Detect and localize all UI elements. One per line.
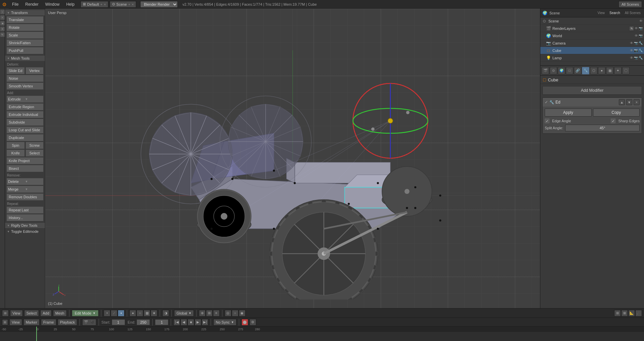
all-scenes-button[interactable]: All Scenes (619, 1, 642, 8)
timeline-marker-btn[interactable]: Marker (23, 319, 40, 326)
lamp-render[interactable]: 🔧 (639, 56, 643, 60)
icon-shading-uvs[interactable]: ◈ (0, 21, 5, 25)
renderlayers-cam[interactable]: 📷 (639, 26, 643, 30)
knife-project-button[interactable]: Knife Project (6, 157, 44, 164)
play-btn[interactable]: ▶ (195, 319, 201, 326)
xray-btn[interactable]: ◑ (162, 310, 169, 317)
timeline-view-btn[interactable]: View (9, 319, 22, 326)
prop-particles-icon[interactable]: ✦ (614, 67, 622, 74)
prop-render-icon[interactable]: 🎬 (542, 67, 549, 74)
extrude-region-button[interactable]: Extrude Region (6, 103, 44, 111)
delete-dropdown[interactable]: Delete ▼ (6, 178, 44, 185)
apply-button[interactable]: Apply (545, 109, 592, 117)
world-eye[interactable]: 👁 (635, 34, 638, 38)
select-button[interactable]: Select (25, 149, 44, 157)
icon-transform[interactable]: ↕ (0, 10, 5, 14)
scale-button[interactable]: Scale (6, 31, 44, 39)
remove-doubles-button[interactable]: Remove Doubles (6, 193, 44, 201)
menu-file[interactable]: File (9, 0, 22, 9)
viewport-type-icon[interactable]: ⊞ (2, 310, 9, 317)
edit-mode-selector[interactable]: Edit Mode ▼ (72, 310, 99, 317)
mesh-tools-section-header[interactable]: ▼ Mesh Tools (5, 56, 45, 61)
current-frame-input[interactable] (155, 319, 168, 325)
prop-modifier-icon[interactable]: 🔧 (582, 67, 589, 74)
screw-button[interactable]: Screw (25, 142, 44, 149)
slide-ed-button[interactable]: Slide Ed (6, 67, 25, 74)
renderlayers-eye[interactable]: 👁 (635, 26, 638, 30)
outliner-all-scenes-btn[interactable]: All Scenes (624, 10, 642, 15)
start-frame-input[interactable] (112, 319, 125, 325)
layout-close[interactable]: × (104, 2, 106, 6)
toggle-editmode-header[interactable]: ▼ Toggle Editmode (5, 229, 45, 234)
modifier-enable-checkbox[interactable]: ✓ (545, 100, 548, 105)
menu-help[interactable]: Help (63, 0, 78, 9)
modifier-down-button[interactable]: ▼ (626, 99, 632, 105)
cube-render[interactable]: 🔧 (639, 49, 643, 52)
repeat-last-button[interactable]: Repeat Last (6, 206, 44, 214)
lamp-eye[interactable]: 👁 (630, 56, 633, 60)
transform-section-header[interactable]: ▼ Transform (5, 10, 45, 15)
playback-toggle[interactable]: 🎬 ⚫ (82, 319, 96, 326)
outliner-renderlayers-row[interactable]: 🎬 RenderLayers ✎ 👁 📷 (540, 25, 644, 32)
outliner-lamp-row[interactable]: 💡 Lamp 👁 📷 🔧 (540, 54, 644, 62)
smooth-vertex-button[interactable]: Smooth Vertex (6, 82, 44, 90)
timeline-type-icon[interactable]: ⊞ (2, 319, 8, 325)
proportional-btn[interactable]: ◎ (225, 310, 231, 317)
rotate-button[interactable]: Rotate (6, 24, 44, 31)
edge-angle-checkbox[interactable] (545, 119, 549, 123)
scene-eye-icon[interactable]: 👁 (639, 19, 643, 23)
play-back-btn[interactable]: ◀ (180, 319, 187, 326)
solid-view-btn[interactable]: ● (129, 310, 136, 317)
bisect-button[interactable]: Bisect (6, 165, 44, 172)
vertex-select-mode[interactable]: • (104, 310, 110, 317)
timeline-playback-btn[interactable]: Playback (58, 319, 77, 326)
scene-close[interactable]: × (131, 2, 133, 6)
split-angle-input[interactable] (565, 125, 640, 131)
snap-btn[interactable]: ⊕ (199, 310, 206, 317)
render-view-btn[interactable]: ★ (151, 310, 157, 317)
engine-selector[interactable]: Blender Render (140, 1, 178, 8)
keying-btn[interactable]: ⬤ (241, 319, 248, 326)
outliner-scene-row[interactable]: ⊙ Scene 👁 (540, 17, 644, 25)
transform-space-selector[interactable]: Global ▼ (174, 310, 194, 317)
prop-data-icon[interactable]: ⬡ (590, 67, 597, 74)
3d-viewport[interactable]: User Persp (45, 9, 540, 308)
layout-add[interactable]: + (100, 2, 102, 6)
prop-material-icon[interactable]: ● (598, 67, 605, 74)
icon-create[interactable]: + (0, 15, 5, 20)
prop-object-icon[interactable]: □ (566, 67, 573, 74)
renderlayers-edit-icon[interactable]: ✎ (629, 26, 634, 31)
cube-eye[interactable]: 👁 (630, 49, 633, 52)
menu-render[interactable]: Render (22, 0, 42, 9)
outliner-cube-row[interactable]: □ Cube 👁 📷 🔧 (540, 47, 644, 54)
loop-cut-slide-button[interactable]: Loop Cut and Slide (6, 126, 44, 134)
sync-selector[interactable]: No Sync ▼ (213, 319, 236, 326)
auto-keying-btn[interactable]: ⚙ (250, 319, 256, 326)
prop-physics-icon[interactable]: 〇 (622, 67, 630, 74)
proportional-connected-btn[interactable]: ◉ (239, 310, 246, 317)
mesh-menu-button[interactable]: Mesh (53, 310, 67, 317)
merge-dropdown[interactable]: Merge ▼ (6, 186, 44, 193)
icon-options[interactable]: ≡ (0, 27, 5, 31)
viewport-nav-1[interactable]: ⊞ (614, 310, 621, 317)
shrink-fatten-button[interactable]: Shrink/Fatten (6, 39, 44, 47)
duplicate-button[interactable]: Duplicate (6, 134, 44, 141)
camera-render[interactable]: 🔧 (639, 41, 643, 45)
wire-view-btn[interactable]: ○ (137, 310, 143, 317)
timeline-frame-btn[interactable]: Frame (41, 319, 56, 326)
prop-constraints-icon[interactable]: 🔗 (574, 67, 581, 74)
vertex-button[interactable]: Vertex (25, 67, 44, 74)
modifier-up-button[interactable]: ▲ (619, 99, 625, 105)
outliner-camera-row[interactable]: 📷 Camera 👁 📷 🔧 (540, 40, 644, 47)
timeline-content[interactable]: -50 -25 0 25 50 75 100 125 150 175 200 2… (0, 327, 644, 341)
prop-world-icon[interactable]: 🌍 (558, 67, 565, 74)
outliner-search-btn[interactable]: Search (608, 10, 622, 15)
extrude-individual-button[interactable]: Extrude Individual (6, 111, 44, 118)
prop-texture-icon[interactable]: ▦ (606, 67, 613, 74)
timeline-track[interactable] (0, 332, 644, 341)
texture-view-btn[interactable]: ▦ (144, 310, 150, 317)
lamp-cam[interactable]: 📷 (634, 56, 638, 60)
push-pull-button[interactable]: PushPull (6, 47, 44, 54)
camera-cam[interactable]: 📷 (634, 41, 638, 45)
extrude-dropdown[interactable]: Extrude ▼ (6, 95, 44, 103)
